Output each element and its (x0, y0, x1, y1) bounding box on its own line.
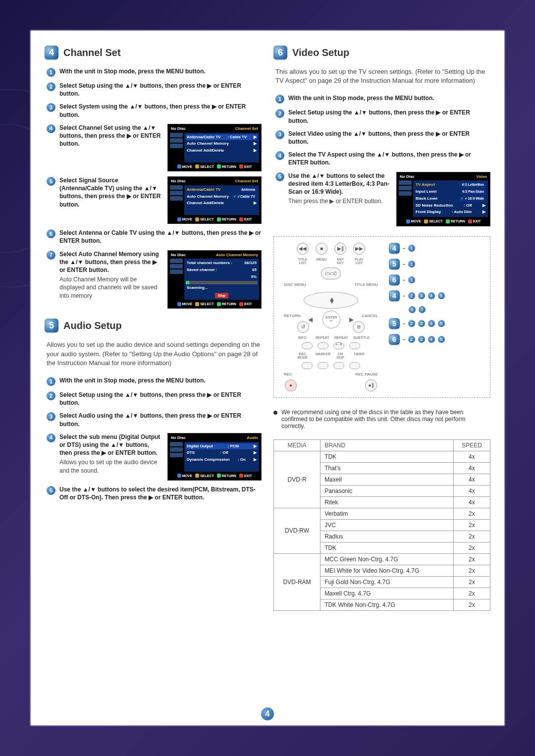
section-6-title: 6 Video Setup (273, 46, 490, 59)
osd-subtitle: Audio (247, 435, 258, 441)
osd-subtitle: Channel Set (235, 179, 258, 184)
step-text: Use the ▲/▼ buttons to select the desire… (288, 172, 389, 195)
osd-foot: MOVE (411, 219, 422, 223)
osd-foot: SELECT (200, 302, 214, 306)
remote-label: INFO. (297, 336, 309, 339)
legend-line: 5-1 (389, 259, 445, 270)
heading-video-setup: Video Setup (292, 47, 349, 58)
osd-opt: Antenna (240, 187, 257, 193)
osd-arrow: ▶ (482, 203, 485, 209)
progress-bar (186, 281, 258, 284)
step-num: 4 (47, 433, 55, 442)
th-speed: SPEED (453, 439, 490, 451)
osd-arrow: ▶ (254, 457, 257, 463)
remote-label: REPEAT (316, 336, 327, 339)
osd-pct: 5% (251, 274, 257, 280)
cell-media: DVD-R (274, 451, 321, 508)
small-button (302, 362, 313, 369)
osd-val: : PCM (228, 444, 239, 449)
small-button (349, 362, 360, 369)
osd-row: 3D Noise Reduction (416, 203, 453, 209)
osd-foot: RETURN (451, 219, 465, 223)
step-num: 2 (47, 391, 55, 400)
legend-mini: 5 (438, 292, 445, 299)
step-num: 5 (275, 172, 284, 181)
legend-line: 4-1 (389, 243, 445, 254)
badge-6: 6 (273, 46, 287, 59)
osd-foot: RETURN (222, 164, 236, 169)
cell-speed: 2x (453, 599, 490, 610)
cell-speed: 4x (453, 451, 490, 462)
cell-speed: 2x (453, 542, 490, 553)
stop-button: Stop (215, 293, 229, 298)
step-num: 5 (47, 177, 55, 186)
osd-val: : Off (464, 203, 472, 209)
table-row: DVD-RTDK4x (274, 451, 490, 462)
section-5-steps: 1With the unit in Stop mode, press the M… (47, 377, 262, 501)
legend-line: 67 (389, 306, 445, 313)
osd-auto-channel: No DiscAuto Channel Memory Total channel… (167, 250, 262, 309)
osd-title: No Disc (400, 174, 415, 180)
osd-label: Total channel numbers : (187, 261, 232, 266)
osd-foot: MOVE (182, 217, 193, 221)
step-text: Select the TV Aspect using the ▲/▼ butto… (288, 151, 490, 166)
legend-mini: 5 (438, 336, 445, 343)
remote-diagram: ◀◀ ■ ▶ǁ ▶▶ TITLE LISTMENUANY KEYPLAY LIS… (273, 236, 490, 398)
remote-label: ANY KEY (334, 258, 346, 265)
return-icon: ↺ (297, 321, 309, 333)
right-arrow-icon: ▶ (349, 316, 354, 323)
section-5-intro: Allows you to set up the audio device an… (47, 340, 262, 368)
heading-channel-set: Channel Set (63, 47, 121, 58)
osd-row: DTS (187, 450, 195, 456)
legend-line: 6-2345 (389, 334, 445, 345)
page-number: 4 (261, 707, 274, 720)
osd-val: : Off (220, 450, 228, 456)
osd-subtitle: Video (476, 174, 487, 180)
legend-mini: 6 (409, 306, 416, 313)
rewind-icon: ◀◀ (297, 243, 309, 255)
cell-brand: JVC (321, 519, 453, 531)
cell-media: DVD-RAM (274, 553, 321, 610)
stop-icon: ■ (316, 243, 327, 255)
cell-speed: 4x (453, 485, 490, 496)
legend-mini: 4 (428, 336, 435, 343)
section-4-steps: 1With the unit in Stop mode, press the M… (47, 67, 262, 309)
osd-row: Dynamic Compression (187, 457, 230, 463)
step-text: Select Signal Source (Antenna/Cable TV) … (59, 176, 162, 209)
osd-opt: 4:3 LetterBox (460, 182, 485, 188)
remote-label: SUBTITLE (353, 336, 365, 339)
remote-label: REC MODE (297, 352, 309, 359)
step-text: Select Auto Channel Memory using the ▲/▼… (59, 251, 159, 273)
cell-brand: Panasonic (321, 485, 453, 496)
legend-badge: 6 (389, 274, 400, 285)
osd-row: Channel Add/Delete (187, 148, 224, 154)
cell-speed: 4x (453, 462, 490, 474)
cell-brand: Fuji Gold Non-Ctrg. 4.7G (321, 576, 453, 588)
osd-title: No Disc (171, 435, 186, 441)
osd-opt: 4:3 Pan-Scan (461, 189, 485, 195)
osd-foot: EXIT (473, 219, 481, 223)
legend-dash: - (403, 292, 405, 300)
step-num: 2 (275, 109, 284, 118)
osd-arrow: ▶ (254, 148, 257, 154)
cell-media: DVD-RW (274, 508, 321, 553)
step-text: Use the ▲/▼ buttons to select the desire… (59, 486, 262, 501)
osd-foot: EXIT (244, 217, 252, 221)
legend-dash: - (403, 335, 405, 343)
legend-mini: 2 (408, 320, 415, 327)
table-row: DVD-RWVerbatim2x (274, 508, 490, 519)
legend-badge: 4 (389, 243, 400, 254)
remote-label: REC PAUSE (355, 372, 378, 377)
step-num: 6 (47, 229, 55, 238)
legend-badge: 4 (389, 290, 400, 301)
osd-val: 05 (252, 268, 257, 273)
legend-mini: 5 (438, 320, 445, 327)
osd-row: Input Level (416, 189, 436, 195)
osd-val: 06/125 (245, 261, 257, 266)
cell-brand: MEI White for Video Non-Ctrg. 4.7G (321, 565, 453, 576)
down-arrow-icon: ▼ (329, 298, 335, 305)
cell-brand: Radius (321, 531, 453, 542)
osd-row: Channel Add/Delete (187, 201, 224, 206)
step-text: With the unit in Stop mode, press the ME… (59, 377, 262, 386)
osd-arrow: ▶ (254, 141, 257, 147)
